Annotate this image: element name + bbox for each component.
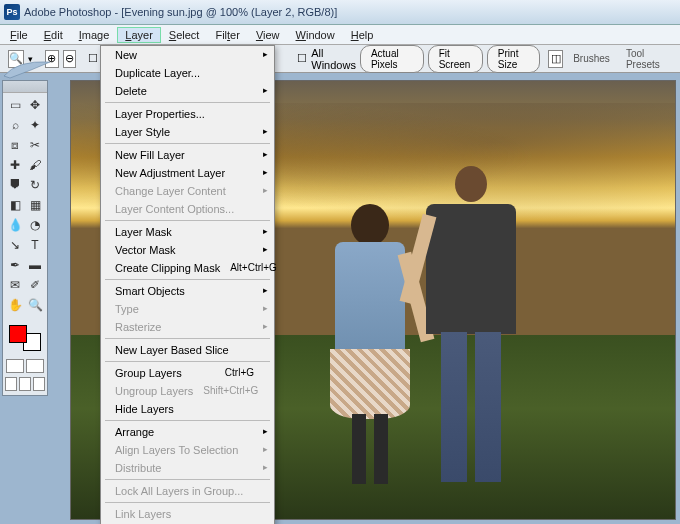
menu-item-layer-mask[interactable]: Layer Mask <box>101 223 274 241</box>
shape-tool-icon[interactable]: ▬ <box>25 255 45 275</box>
menu-item-new-adjustment-layer[interactable]: New Adjustment Layer <box>101 164 274 182</box>
brush-tool-icon[interactable]: 🖌 <box>25 155 45 175</box>
menu-layer[interactable]: Layer <box>117 27 161 43</box>
menubar: File Edit Image Layer Select Filter View… <box>0 25 680 45</box>
menu-item-smart-objects[interactable]: Smart Objects <box>101 282 274 300</box>
toolbox-header[interactable] <box>3 81 47 93</box>
menu-select[interactable]: Select <box>161 27 208 43</box>
notes-tool-icon[interactable]: ✉ <box>5 275 25 295</box>
menu-item-group-layers[interactable]: Group LayersCtrl+G <box>101 364 274 382</box>
type-tool-icon[interactable]: T <box>25 235 45 255</box>
layer-menu-dropdown: NewDuplicate Layer...DeleteLayer Propert… <box>100 45 275 524</box>
standard-mode-icon[interactable] <box>6 359 24 373</box>
menu-item-type: Type <box>101 300 274 318</box>
lasso-tool-icon[interactable]: ⌕ <box>5 115 25 135</box>
pen-tool-icon[interactable]: ✒ <box>5 255 25 275</box>
tool-presets-tab[interactable]: Tool Presets <box>620 46 672 72</box>
screen-mode-2-icon[interactable] <box>19 377 31 391</box>
menu-item-duplicate-layer[interactable]: Duplicate Layer... <box>101 64 274 82</box>
menu-item-new-fill-layer[interactable]: New Fill Layer <box>101 146 274 164</box>
eyedropper-tool-icon[interactable]: ✐ <box>25 275 45 295</box>
screen-modes-2 <box>5 375 45 393</box>
menu-item-delete[interactable]: Delete <box>101 82 274 100</box>
menu-image[interactable]: Image <box>71 27 118 43</box>
window-title: Adobe Photoshop - [Evening sun.jpg @ 100… <box>24 6 337 18</box>
screen-modes <box>5 357 45 375</box>
menu-item-arrange[interactable]: Arrange <box>101 423 274 441</box>
feather-icon <box>2 58 52 80</box>
path-tool-icon[interactable]: ↘ <box>5 235 25 255</box>
history-brush-icon[interactable]: ↻ <box>25 175 45 195</box>
menu-item-hide-layers[interactable]: Hide Layers <box>101 400 274 418</box>
menu-item-rasterize: Rasterize <box>101 318 274 336</box>
crop-tool-icon[interactable]: ⧈ <box>5 135 25 155</box>
healing-tool-icon[interactable]: ✚ <box>5 155 25 175</box>
palette-toggle-icon[interactable]: ◫ <box>548 50 563 68</box>
toolbox: ▭✥ ⌕✦ ⧈✂ ✚🖌 ⛊↻ ◧▦ 💧◔ ↘T ✒▬ ✉✐ ✋🔍 <box>2 80 48 396</box>
screen-mode-3-icon[interactable] <box>33 377 45 391</box>
screen-mode-1-icon[interactable] <box>5 377 17 391</box>
hand-tool-icon[interactable]: ✋ <box>5 295 25 315</box>
resize-windows-checkbox[interactable]: ☐ <box>88 52 98 65</box>
menu-view[interactable]: View <box>248 27 288 43</box>
titlebar: Ps Adobe Photoshop - [Evening sun.jpg @ … <box>0 0 680 25</box>
zoom-out-icon[interactable]: ⊖ <box>63 50 77 68</box>
slice-tool-icon[interactable]: ✂ <box>25 135 45 155</box>
eraser-tool-icon[interactable]: ◧ <box>5 195 25 215</box>
menu-filter[interactable]: Filter <box>207 27 247 43</box>
menu-item-distribute: Distribute <box>101 459 274 477</box>
menu-item-lock-all-layers-in-group: Lock All Layers in Group... <box>101 482 274 500</box>
print-size-button[interactable]: Print Size <box>487 45 540 73</box>
color-swatch[interactable] <box>7 323 43 353</box>
menu-edit[interactable]: Edit <box>36 27 71 43</box>
app-icon: Ps <box>4 4 20 20</box>
brushes-tab[interactable]: Brushes <box>567 51 616 66</box>
move-tool-icon[interactable]: ✥ <box>25 95 45 115</box>
menu-item-link-layers: Link Layers <box>101 505 274 523</box>
menu-item-create-clipping-mask[interactable]: Create Clipping MaskAlt+Ctrl+G <box>101 259 274 277</box>
fg-color-swatch[interactable] <box>9 325 27 343</box>
menu-item-change-layer-content: Change Layer Content <box>101 182 274 200</box>
zoom-tool-icon-tb[interactable]: 🔍 <box>25 295 45 315</box>
menu-help[interactable]: Help <box>343 27 382 43</box>
fit-screen-button[interactable]: Fit Screen <box>428 45 483 73</box>
menu-item-layer-style[interactable]: Layer Style <box>101 123 274 141</box>
allwin-label: All Windows <box>311 47 356 71</box>
menu-window[interactable]: Window <box>288 27 343 43</box>
menu-item-align-layers-to-selection: Align Layers To Selection <box>101 441 274 459</box>
menu-item-ungroup-layers: Ungroup LayersShift+Ctrl+G <box>101 382 274 400</box>
dodge-tool-icon[interactable]: ◔ <box>25 215 45 235</box>
menu-item-layer-properties[interactable]: Layer Properties... <box>101 105 274 123</box>
wand-tool-icon[interactable]: ✦ <box>25 115 45 135</box>
all-windows-checkbox[interactable]: ☐ <box>297 52 307 65</box>
menu-item-new-layer-based-slice[interactable]: New Layer Based Slice <box>101 341 274 359</box>
quickmask-mode-icon[interactable] <box>26 359 44 373</box>
figure-woman <box>325 204 415 484</box>
blur-tool-icon[interactable]: 💧 <box>5 215 25 235</box>
menu-item-vector-mask[interactable]: Vector Mask <box>101 241 274 259</box>
figure-man <box>421 174 521 484</box>
stamp-tool-icon[interactable]: ⛊ <box>5 175 25 195</box>
gradient-tool-icon[interactable]: ▦ <box>25 195 45 215</box>
menu-file[interactable]: File <box>2 27 36 43</box>
actual-pixels-button[interactable]: Actual Pixels <box>360 45 424 73</box>
marquee-tool-icon[interactable]: ▭ <box>5 95 25 115</box>
menu-item-new[interactable]: New <box>101 46 274 64</box>
menu-item-layer-content-options: Layer Content Options... <box>101 200 274 218</box>
